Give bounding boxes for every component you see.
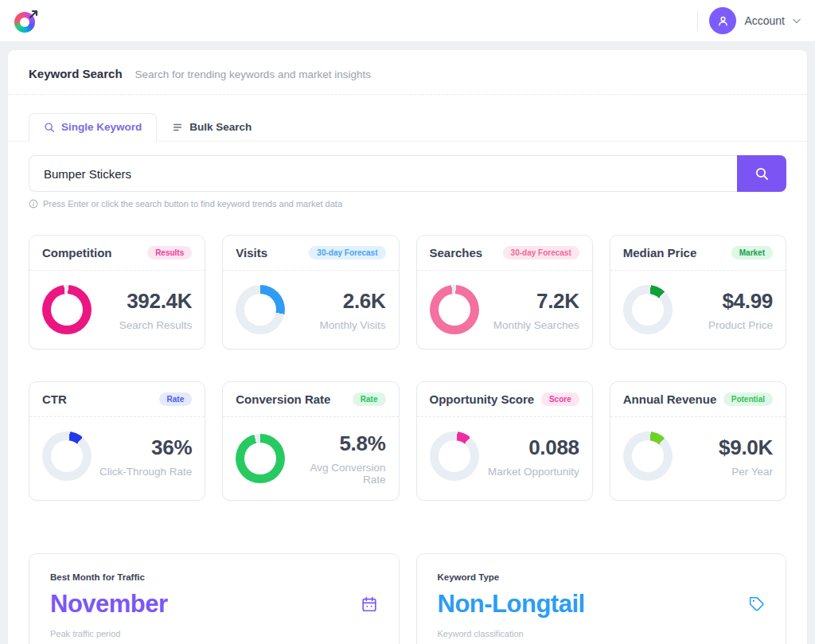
- donut-chart: [236, 434, 285, 483]
- info-card-label: Keyword Type: [438, 572, 766, 582]
- metric-card-annual-revenue: Annual Revenue Potential $9.0K Per Year: [610, 381, 786, 501]
- metric-label: Search Results: [119, 319, 193, 331]
- search-button[interactable]: [737, 155, 786, 192]
- search-bar: [29, 155, 786, 192]
- calendar-icon: [361, 595, 378, 613]
- donut-chart: [623, 285, 673, 334]
- metric-title: Annual Revenue: [623, 392, 717, 406]
- metric-value: 36%: [99, 435, 192, 460]
- search-hint: Press Enter or click the search button t…: [29, 199, 786, 209]
- metric-value: 2.6K: [319, 289, 385, 314]
- account-menu[interactable]: Account: [709, 7, 801, 34]
- metric-badge: Market: [731, 246, 773, 260]
- donut-chart: [623, 431, 673, 481]
- search-mode-tabs: Single Keyword Bulk Search: [8, 113, 807, 142]
- donut-chart: [430, 285, 479, 334]
- metric-value: $9.0K: [719, 435, 773, 460]
- donut-chart: [236, 285, 285, 334]
- metric-badge: 30-day Forecast: [309, 246, 385, 260]
- search-icon: [755, 166, 769, 181]
- metric-title: Conversion Rate: [236, 392, 330, 406]
- metric-card-searches: Searches 30-day Forecast 7.2K Monthly Se…: [416, 235, 593, 349]
- metric-label: Monthly Visits: [319, 319, 385, 331]
- metric-title: Visits: [236, 246, 267, 260]
- keyword-search-panel: Keyword Search Search for trending keywo…: [8, 50, 807, 644]
- metrics-grid: Competition Results 392.4K Search Result…: [8, 235, 807, 501]
- metric-badge: Score: [541, 392, 579, 406]
- metric-badge: Results: [147, 246, 192, 260]
- metric-value: $4.99: [708, 289, 773, 314]
- metric-badge: 30-day Forecast: [503, 246, 579, 260]
- tab-label: Single Keyword: [61, 121, 142, 133]
- account-label: Account: [744, 14, 785, 27]
- metric-label: Avg Conversion Rate: [285, 462, 386, 486]
- metric-value: 5.8%: [285, 431, 386, 456]
- metric-title: Searches: [430, 246, 483, 260]
- metric-card-visits: Visits 30-day Forecast 2.6K Monthly Visi…: [222, 235, 399, 349]
- metric-title: Median Price: [623, 246, 697, 260]
- metric-card-conversion-rate: Conversion Rate Rate 5.8% Avg Conversion…: [222, 381, 399, 501]
- best-month-card: Best Month for Traffic November Peak tra…: [29, 553, 400, 644]
- info-card-label: Best Month for Traffic: [50, 572, 378, 582]
- tab-single-keyword[interactable]: Single Keyword: [29, 113, 157, 142]
- brand-logo[interactable]: [14, 8, 40, 33]
- keyword-search-input[interactable]: [29, 155, 737, 192]
- metric-label: Product Price: [708, 319, 773, 331]
- metric-label: Click-Through Rate: [99, 466, 192, 478]
- search-hint-text: Press Enter or click the search button t…: [43, 199, 342, 209]
- metric-card-opportunity-score: Opportunity Score Score 0.088 Market Opp…: [416, 381, 593, 501]
- chevron-down-icon: [793, 18, 801, 24]
- metric-card-median-price: Median Price Market $4.99 Product Price: [610, 235, 786, 349]
- info-card-value: Non-Longtail: [438, 590, 766, 619]
- top-bar: Account: [0, 0, 815, 42]
- metric-title: Opportunity Score: [430, 392, 535, 406]
- info-icon: [29, 199, 38, 209]
- metric-badge: Potential: [723, 392, 773, 406]
- tag-icon: [749, 596, 765, 612]
- metric-card-competition: Competition Results 392.4K Search Result…: [29, 235, 205, 349]
- tab-label: Bulk Search: [189, 121, 252, 133]
- info-card-sub: Keyword classification: [438, 629, 766, 638]
- metric-title: CTR: [42, 392, 67, 406]
- topbar-divider: [697, 11, 698, 30]
- insight-cards: Best Month for Traffic November Peak tra…: [8, 553, 807, 644]
- metric-badge: Rate: [159, 392, 193, 406]
- keyword-type-card: Keyword Type Non-Longtail Keyword classi…: [416, 553, 787, 644]
- donut-chart: [42, 431, 92, 481]
- user-avatar: [709, 7, 736, 34]
- metric-title: Competition: [42, 246, 112, 260]
- donut-chart: [42, 285, 92, 334]
- metric-value: 392.4K: [119, 289, 193, 314]
- donut-chart: [430, 431, 479, 481]
- tab-bulk-search[interactable]: Bulk Search: [157, 113, 267, 141]
- person-icon: [716, 14, 730, 28]
- metric-label: Per Year: [719, 466, 773, 478]
- info-card-value: November: [50, 590, 378, 619]
- page-subtitle: Search for trending keywords and market …: [135, 68, 371, 80]
- metric-card-ctr: CTR Rate 36% Click-Through Rate: [29, 381, 205, 501]
- info-card-sub: Peak traffic period: [50, 629, 378, 638]
- metric-value: 7.2K: [493, 289, 579, 314]
- search-icon: [44, 122, 55, 133]
- arrow-up-right-icon: [27, 8, 40, 21]
- list-icon: [172, 122, 183, 133]
- page-title: Keyword Search: [29, 67, 123, 80]
- metric-badge: Rate: [353, 392, 386, 406]
- metric-label: Monthly Searches: [493, 319, 579, 331]
- panel-header: Keyword Search Search for trending keywo…: [8, 50, 807, 95]
- metric-label: Market Opportunity: [488, 466, 579, 478]
- metric-value: 0.088: [488, 435, 579, 460]
